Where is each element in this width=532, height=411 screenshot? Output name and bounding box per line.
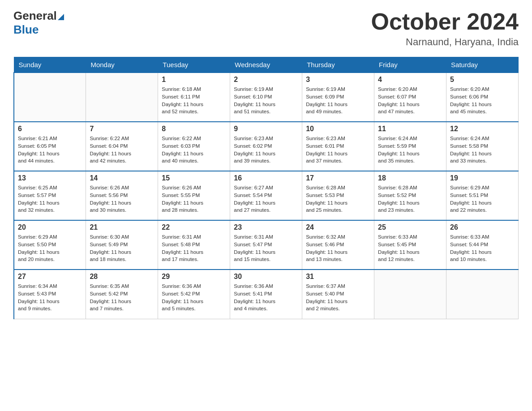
day-info: Sunrise: 6:25 AMSunset: 5:57 PMDaylight:… <box>18 184 82 214</box>
day-info: Sunrise: 6:22 AMSunset: 6:04 PMDaylight:… <box>90 135 154 165</box>
calendar-cell: 17Sunrise: 6:28 AMSunset: 5:53 PMDayligh… <box>302 171 374 220</box>
day-number: 15 <box>162 174 226 182</box>
calendar-cell <box>374 270 446 319</box>
day-number: 28 <box>90 273 154 281</box>
weekday-header-sunday: Sunday <box>14 57 86 73</box>
day-number: 19 <box>450 174 515 182</box>
day-number: 18 <box>378 174 442 182</box>
calendar-cell: 2Sunrise: 6:19 AMSunset: 6:10 PMDaylight… <box>230 73 302 122</box>
calendar-cell: 6Sunrise: 6:21 AMSunset: 6:05 PMDaylight… <box>14 122 86 171</box>
weekday-header-saturday: Saturday <box>446 57 519 73</box>
calendar-cell: 28Sunrise: 6:35 AMSunset: 5:42 PMDayligh… <box>86 270 158 319</box>
calendar-cell: 7Sunrise: 6:22 AMSunset: 6:04 PMDaylight… <box>86 122 158 171</box>
day-info: Sunrise: 6:19 AMSunset: 6:09 PMDaylight:… <box>306 86 370 116</box>
day-number: 9 <box>234 125 298 133</box>
logo-blue-text: Blue <box>13 23 64 37</box>
weekday-header-thursday: Thursday <box>302 57 374 73</box>
calendar-cell: 13Sunrise: 6:25 AMSunset: 5:57 PMDayligh… <box>14 171 86 220</box>
day-number: 8 <box>162 125 226 133</box>
calendar-cell <box>14 73 86 122</box>
day-number: 14 <box>90 174 154 182</box>
month-title: October 2024 <box>371 9 519 34</box>
day-info: Sunrise: 6:18 AMSunset: 6:11 PMDaylight:… <box>162 86 226 116</box>
calendar-table: SundayMondayTuesdayWednesdayThursdayFrid… <box>13 57 519 319</box>
calendar-cell: 19Sunrise: 6:29 AMSunset: 5:51 PMDayligh… <box>446 171 519 220</box>
weekday-header-wednesday: Wednesday <box>230 57 302 73</box>
calendar-cell: 22Sunrise: 6:31 AMSunset: 5:48 PMDayligh… <box>158 220 230 270</box>
calendar-cell: 31Sunrise: 6:37 AMSunset: 5:40 PMDayligh… <box>302 270 374 319</box>
calendar-cell: 5Sunrise: 6:20 AMSunset: 6:06 PMDaylight… <box>446 73 519 122</box>
day-info: Sunrise: 6:24 AMSunset: 5:58 PMDaylight:… <box>450 135 515 165</box>
day-number: 4 <box>378 76 442 84</box>
day-info: Sunrise: 6:28 AMSunset: 5:53 PMDaylight:… <box>306 184 370 214</box>
weekday-header-row: SundayMondayTuesdayWednesdayThursdayFrid… <box>14 57 519 73</box>
day-info: Sunrise: 6:34 AMSunset: 5:43 PMDaylight:… <box>18 283 82 313</box>
calendar-cell: 25Sunrise: 6:33 AMSunset: 5:45 PMDayligh… <box>374 220 446 270</box>
calendar-cell: 23Sunrise: 6:31 AMSunset: 5:47 PMDayligh… <box>230 220 302 270</box>
day-number: 16 <box>234 174 298 182</box>
day-info: Sunrise: 6:36 AMSunset: 5:41 PMDaylight:… <box>234 283 298 313</box>
calendar-cell: 9Sunrise: 6:23 AMSunset: 6:02 PMDaylight… <box>230 122 302 171</box>
day-info: Sunrise: 6:33 AMSunset: 5:45 PMDaylight:… <box>378 233 442 263</box>
day-info: Sunrise: 6:33 AMSunset: 5:44 PMDaylight:… <box>450 233 515 263</box>
calendar-cell: 11Sunrise: 6:24 AMSunset: 5:59 PMDayligh… <box>374 122 446 171</box>
calendar-cell: 15Sunrise: 6:26 AMSunset: 5:55 PMDayligh… <box>158 171 230 220</box>
calendar-cell: 8Sunrise: 6:22 AMSunset: 6:03 PMDaylight… <box>158 122 230 171</box>
calendar-week-row: 27Sunrise: 6:34 AMSunset: 5:43 PMDayligh… <box>14 270 519 319</box>
day-number: 27 <box>18 273 82 281</box>
day-info: Sunrise: 6:20 AMSunset: 6:07 PMDaylight:… <box>378 86 442 116</box>
day-info: Sunrise: 6:19 AMSunset: 6:10 PMDaylight:… <box>234 86 298 116</box>
calendar-week-row: 20Sunrise: 6:29 AMSunset: 5:50 PMDayligh… <box>14 220 519 270</box>
calendar-cell: 4Sunrise: 6:20 AMSunset: 6:07 PMDaylight… <box>374 73 446 122</box>
weekday-header-monday: Monday <box>86 57 158 73</box>
day-info: Sunrise: 6:31 AMSunset: 5:47 PMDaylight:… <box>234 233 298 263</box>
day-info: Sunrise: 6:20 AMSunset: 6:06 PMDaylight:… <box>450 86 515 116</box>
day-info: Sunrise: 6:28 AMSunset: 5:52 PMDaylight:… <box>378 184 442 214</box>
day-info: Sunrise: 6:27 AMSunset: 5:54 PMDaylight:… <box>234 184 298 214</box>
calendar-cell: 24Sunrise: 6:32 AMSunset: 5:46 PMDayligh… <box>302 220 374 270</box>
day-number: 23 <box>234 223 298 231</box>
calendar-cell: 12Sunrise: 6:24 AMSunset: 5:58 PMDayligh… <box>446 122 519 171</box>
day-info: Sunrise: 6:31 AMSunset: 5:48 PMDaylight:… <box>162 233 226 263</box>
day-number: 11 <box>378 125 442 133</box>
location-subtitle: Narnaund, Haryana, India <box>371 36 519 48</box>
day-number: 2 <box>234 76 298 84</box>
calendar-week-row: 6Sunrise: 6:21 AMSunset: 6:05 PMDaylight… <box>14 122 519 171</box>
day-info: Sunrise: 6:35 AMSunset: 5:42 PMDaylight:… <box>90 283 154 313</box>
day-number: 1 <box>162 76 226 84</box>
page-header: General Blue October 2024 Narnaund, Hary… <box>13 9 519 48</box>
day-number: 25 <box>378 223 442 231</box>
day-info: Sunrise: 6:30 AMSunset: 5:49 PMDaylight:… <box>90 233 154 263</box>
calendar-cell: 26Sunrise: 6:33 AMSunset: 5:44 PMDayligh… <box>446 220 519 270</box>
day-info: Sunrise: 6:32 AMSunset: 5:46 PMDaylight:… <box>306 233 370 263</box>
day-number: 3 <box>306 76 370 84</box>
logo: General Blue <box>13 9 64 37</box>
logo-general-text: General <box>13 9 57 23</box>
day-info: Sunrise: 6:26 AMSunset: 5:56 PMDaylight:… <box>90 184 154 214</box>
day-number: 7 <box>90 125 154 133</box>
calendar-cell: 18Sunrise: 6:28 AMSunset: 5:52 PMDayligh… <box>374 171 446 220</box>
calendar-cell: 30Sunrise: 6:36 AMSunset: 5:41 PMDayligh… <box>230 270 302 319</box>
day-info: Sunrise: 6:29 AMSunset: 5:50 PMDaylight:… <box>18 233 82 263</box>
day-number: 12 <box>450 125 515 133</box>
day-number: 17 <box>306 174 370 182</box>
day-info: Sunrise: 6:36 AMSunset: 5:42 PMDaylight:… <box>162 283 226 313</box>
day-info: Sunrise: 6:29 AMSunset: 5:51 PMDaylight:… <box>450 184 515 214</box>
day-number: 13 <box>18 174 82 182</box>
day-number: 5 <box>450 76 515 84</box>
title-area: October 2024 Narnaund, Haryana, India <box>371 9 519 48</box>
day-number: 29 <box>162 273 226 281</box>
day-number: 26 <box>450 223 515 231</box>
day-number: 20 <box>18 223 82 231</box>
day-number: 22 <box>162 223 226 231</box>
calendar-cell <box>86 73 158 122</box>
weekday-header-friday: Friday <box>374 57 446 73</box>
calendar-cell: 20Sunrise: 6:29 AMSunset: 5:50 PMDayligh… <box>14 220 86 270</box>
calendar-week-row: 13Sunrise: 6:25 AMSunset: 5:57 PMDayligh… <box>14 171 519 220</box>
day-info: Sunrise: 6:22 AMSunset: 6:03 PMDaylight:… <box>162 135 226 165</box>
calendar-cell: 16Sunrise: 6:27 AMSunset: 5:54 PMDayligh… <box>230 171 302 220</box>
day-number: 6 <box>18 125 82 133</box>
day-info: Sunrise: 6:21 AMSunset: 6:05 PMDaylight:… <box>18 135 82 165</box>
day-number: 21 <box>90 223 154 231</box>
day-info: Sunrise: 6:23 AMSunset: 6:01 PMDaylight:… <box>306 135 370 165</box>
